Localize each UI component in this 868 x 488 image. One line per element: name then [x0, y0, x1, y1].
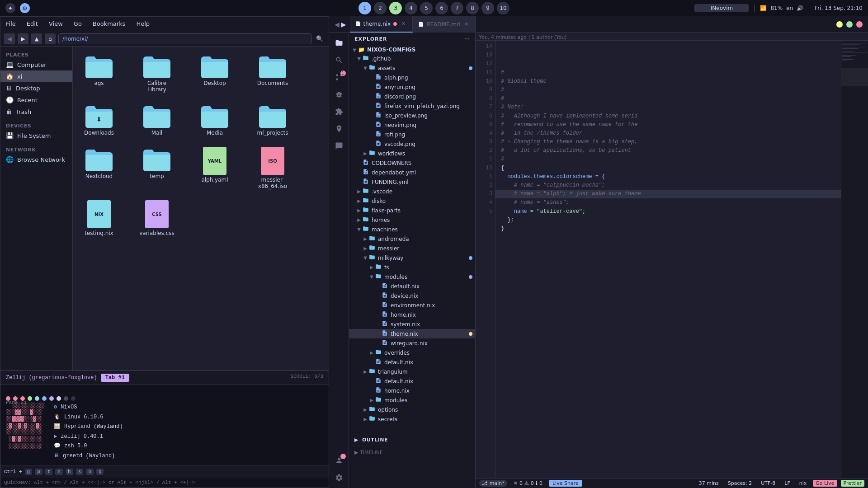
vscode-forward-btn[interactable]: ▶ — [341, 21, 346, 28]
terminal-tab[interactable]: Tab #1 — [101, 374, 129, 382]
statusbar-line-ending[interactable]: LF — [782, 480, 793, 486]
activity-chat[interactable] — [332, 139, 346, 153]
tree-item-3[interactable]: anyrun.png — [349, 82, 475, 92]
activity-settings[interactable] — [332, 471, 346, 484]
tree-item-16[interactable]: ▶flake-parts — [349, 206, 475, 215]
fm-menu-bookmarks[interactable]: Bookmarks — [91, 19, 127, 28]
folder-temp[interactable]: temp — [134, 143, 179, 193]
explorer-options-icon[interactable]: ⋯ — [464, 36, 470, 42]
workspace-btn-9[interactable]: 9 — [481, 2, 494, 14]
folder-documents[interactable]: Documents — [250, 50, 295, 96]
statusbar-encoding[interactable]: UTF-8 — [758, 480, 778, 486]
app-launcher-icon[interactable]: ✦ — [5, 3, 15, 13]
tree-item-17[interactable]: ▶homes — [349, 215, 475, 225]
tree-item-23[interactable]: ▼modules — [349, 272, 475, 282]
statusbar-go-live[interactable]: Go Live — [813, 480, 837, 487]
fm-menu-edit[interactable]: Edit — [25, 19, 40, 28]
tree-item-38[interactable]: ▶secrets — [349, 414, 475, 424]
workspace-btn-3[interactable]: 3 — [389, 2, 402, 14]
folder-desktop[interactable]: Desktop — [192, 50, 237, 96]
statusbar-live-share[interactable]: Live Share — [549, 480, 582, 487]
tree-item-36[interactable]: ▶modules — [349, 395, 475, 405]
fm-back-btn[interactable]: ◀ — [4, 33, 15, 44]
tree-item-22[interactable]: ▶fs — [349, 263, 475, 272]
tree-item-24[interactable]: default.nix — [349, 282, 475, 291]
tab-theme-nix[interactable]: 📄 theme.nix ✕ — [350, 16, 413, 33]
key-s[interactable]: s — [76, 469, 84, 475]
sidebar-item-home[interactable]: 🏠 xi — [0, 70, 72, 82]
terminal-content[interactable]: ░░░░░░░░░░░ ░░░▓▓░░░▓░░░ ░░▓▓▓▓░░░▓░░ ░▓… — [0, 391, 329, 465]
key-n[interactable]: n — [55, 469, 63, 475]
tree-item-14[interactable]: ▶.vscode — [349, 187, 475, 196]
tree-item-1[interactable]: ▼assets — [349, 63, 475, 73]
fm-menu-help[interactable]: Help — [134, 19, 151, 28]
key-g[interactable]: g — [25, 469, 33, 475]
workspace-btn-10[interactable]: 10 — [497, 2, 509, 14]
fm-search-btn[interactable]: 🔍 — [314, 33, 325, 44]
explorer-tree[interactable]: ▼📁NIXOS-CONFIGS▼.github▼assetsalph.pngan… — [349, 46, 475, 434]
file-alph-yaml[interactable]: YAML alph.yaml — [192, 143, 237, 193]
tree-item-21[interactable]: ▼milkyway — [349, 253, 475, 263]
key-p[interactable]: p — [35, 469, 42, 475]
sidebar-item-trash[interactable]: 🗑 Trash — [0, 106, 72, 117]
folder-nextcloud[interactable]: Nextcloud — [76, 143, 122, 193]
tree-item-6[interactable]: iso_preview.png — [349, 111, 475, 120]
folder-mail[interactable]: Mail — [134, 100, 179, 140]
tree-item-25[interactable]: device.nix — [349, 291, 475, 300]
sidebar-item-recent[interactable]: 🕐 Recent — [0, 94, 72, 106]
tree-item-34[interactable]: default.nix — [349, 376, 475, 386]
activity-explorer[interactable] — [332, 36, 346, 50]
tree-item-0[interactable]: ▼.github — [349, 54, 475, 63]
key-t[interactable]: t — [45, 469, 53, 475]
tree-item-32[interactable]: default.nix — [349, 357, 475, 367]
win-maximize-btn[interactable] — [846, 21, 853, 28]
tree-item-4[interactable]: discord.png — [349, 92, 475, 101]
fm-menu-view[interactable]: View — [47, 19, 65, 28]
sidebar-item-network[interactable]: 🌐 Browse Network — [0, 154, 72, 165]
tree-item-7[interactable]: neovim.png — [349, 120, 475, 130]
folder-ags[interactable]: ags — [76, 50, 122, 96]
statusbar-prettier[interactable]: Prettier — [841, 480, 864, 487]
key-q[interactable]: q — [96, 469, 104, 475]
folder-ml-projects[interactable]: ml_projects — [250, 100, 295, 140]
tab-close-theme[interactable]: ✕ — [400, 20, 407, 28]
tree-item-30[interactable]: wireguard.nix — [349, 338, 475, 348]
activity-extensions[interactable] — [332, 105, 346, 118]
workspace-btn-6[interactable]: 6 — [435, 2, 448, 14]
app-icon[interactable]: ⚙ — [20, 3, 30, 13]
timeline-header[interactable]: ▶ TIMELINE — [354, 447, 470, 458]
fm-home-btn[interactable]: ⌂ — [45, 33, 56, 44]
fm-menu-file[interactable]: File — [4, 19, 18, 28]
statusbar-spaces[interactable]: Spaces: 2 — [725, 480, 755, 486]
file-testing-nix[interactable]: NIX testing.nix — [76, 197, 122, 240]
folder-media[interactable]: Media — [192, 100, 237, 140]
folder-downloads[interactable]: ⬇ Downloads — [76, 100, 122, 140]
outline-header[interactable]: ▶ OUTLINE — [349, 434, 475, 445]
tree-item-26[interactable]: environment.nix — [349, 300, 475, 310]
code-area[interactable]: ## Global theme### Note:# - Although I h… — [495, 41, 841, 478]
fm-forward-btn[interactable]: ▶ — [18, 33, 28, 44]
tree-item-37[interactable]: ▶options — [349, 405, 475, 414]
statusbar-lang[interactable]: nix — [797, 480, 810, 486]
tree-item-13[interactable]: FUNDING.yml — [349, 177, 475, 187]
tree-item-15[interactable]: ▶disko — [349, 196, 475, 206]
win-close-btn[interactable] — [856, 21, 863, 28]
statusbar-time[interactable]: 37 mins — [696, 480, 722, 486]
workspace-btn-8[interactable]: 8 — [466, 2, 479, 14]
tree-item-9[interactable]: vscode.png — [349, 139, 475, 149]
key-o[interactable]: o — [86, 469, 94, 475]
statusbar-git[interactable]: ⎇ main* — [479, 480, 507, 487]
search-bar[interactable]: INeovim — [694, 4, 749, 12]
folder-calibre[interactable]: Calibre Library — [134, 50, 179, 96]
activity-debug[interactable] — [332, 88, 346, 101]
tree-item-10[interactable]: ▶workflows — [349, 149, 475, 158]
tree-item-35[interactable]: home.nix — [349, 386, 475, 395]
workspace-btn-5[interactable]: 5 — [420, 2, 433, 14]
key-h[interactable]: h — [66, 469, 73, 475]
tree-item-33[interactable]: ▶triangulum — [349, 367, 475, 376]
tree-item-31[interactable]: ▶overrides — [349, 348, 475, 357]
vscode-back-btn[interactable]: ◀ — [335, 21, 340, 28]
tab-readme[interactable]: 📄 README.md ✕ — [413, 16, 476, 33]
editor-content[interactable]: 14131211109876543211512345 ## Global the… — [476, 41, 868, 478]
tree-item-18[interactable]: ▼machines — [349, 225, 475, 234]
